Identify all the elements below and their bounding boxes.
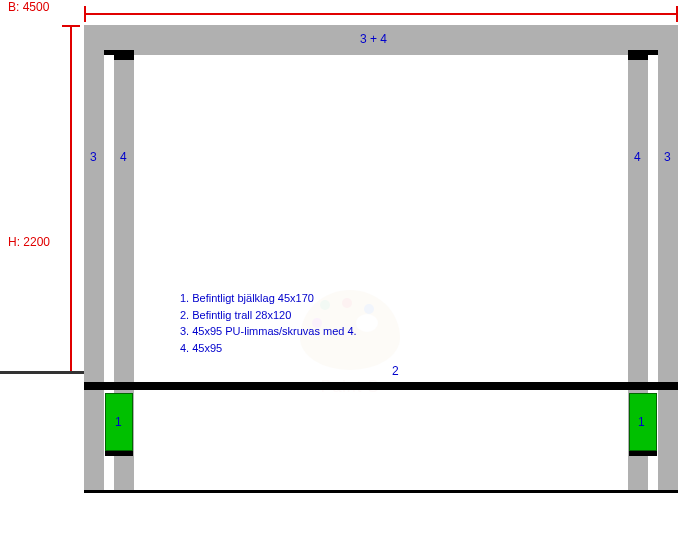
- dim-width-tick-left: [84, 6, 86, 22]
- joist-right-cap: [629, 451, 657, 456]
- dim-height-tick-top: [62, 25, 80, 27]
- label-left-outer: 3: [90, 150, 97, 164]
- dim-width-label: B: 4500: [8, 0, 49, 14]
- legend: 1. Befintligt bjälklag 45x170 2. Befintl…: [180, 290, 357, 356]
- legend-line-2: 2. Befintlig trall 28x120: [180, 307, 357, 324]
- deck-board: [84, 382, 678, 390]
- post-left-inner-cap: [114, 55, 134, 60]
- dim-width-line: [84, 13, 678, 15]
- label-left-inner: 4: [120, 150, 127, 164]
- label-joist-right: 1: [638, 415, 645, 429]
- label-deck: 2: [392, 364, 399, 378]
- dim-height-line: [70, 25, 72, 373]
- legend-line-4: 4. 45x95: [180, 340, 357, 357]
- label-top-beam: 3 + 4: [360, 32, 387, 46]
- legend-line-1: 1. Befintligt bjälklag 45x170: [180, 290, 357, 307]
- post-right-outer: [658, 55, 678, 490]
- dim-width-tick-right: [676, 6, 678, 22]
- label-joist-left: 1: [115, 415, 122, 429]
- label-right-outer: 3: [664, 150, 671, 164]
- label-right-inner: 4: [634, 150, 641, 164]
- post-right-inner-cap: [628, 55, 648, 60]
- dim-height-label: H: 2200: [8, 235, 50, 249]
- post-left-outer: [84, 55, 104, 490]
- joist-left-cap: [105, 451, 133, 456]
- ground-line-left: [0, 371, 84, 374]
- legend-line-3: 3. 45x95 PU-limmas/skruvas med 4.: [180, 323, 357, 340]
- baseline: [84, 490, 678, 493]
